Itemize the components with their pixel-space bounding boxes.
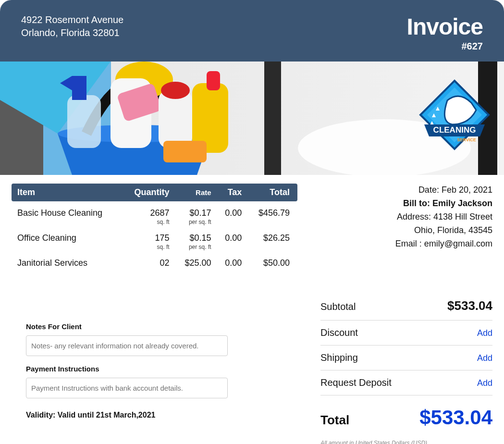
subtotal-value: $533.04 xyxy=(447,298,492,313)
cell-total: $50.00 xyxy=(246,251,297,270)
left-column: Item Quantity Rate Tax Total Basic House… xyxy=(12,184,297,444)
svg-point-10 xyxy=(161,82,190,99)
payment-instructions-input[interactable] xyxy=(26,378,228,398)
cell-qty: 2687sq. ft xyxy=(123,201,174,226)
cell-rate: $0.15per sq. ft xyxy=(174,226,216,251)
currency-note: All amount in United States Dollars (USD… xyxy=(320,440,492,444)
col-tax: Tax xyxy=(216,184,247,201)
client-notes-section: Notes For Client Payment Instructions Va… xyxy=(12,322,297,419)
logo-text-main: CLEANING xyxy=(433,125,476,135)
cell-item: Janitorial Services xyxy=(12,251,123,270)
cell-tax: 0.00 xyxy=(216,226,247,251)
address-line-2: Orlando, Florida 32801 xyxy=(21,26,123,39)
bill-to-block: Date: Feb 20, 2021 Bill to: Emily Jackso… xyxy=(320,184,492,250)
hero-image: CLEANING SERVICE xyxy=(0,62,504,175)
cell-item: Office Cleaning xyxy=(12,226,123,251)
add-deposit-link[interactable]: Add xyxy=(477,378,492,388)
col-item: Item xyxy=(12,184,123,201)
bill-to-address-1: Address: 4138 Hill Street xyxy=(320,210,492,224)
invoice-header: 4922 Rosemont Avenue Orlando, Florida 32… xyxy=(0,0,504,62)
add-discount-link[interactable]: Add xyxy=(477,328,492,338)
invoice-container: 4922 Rosemont Avenue Orlando, Florida 32… xyxy=(0,0,504,444)
col-rate: Rate xyxy=(174,184,216,201)
table-header-row: Item Quantity Rate Tax Total xyxy=(12,184,297,201)
discount-label: Discount xyxy=(320,327,358,338)
add-shipping-link[interactable]: Add xyxy=(477,353,492,363)
invoice-title: Invoice xyxy=(407,13,483,40)
invoice-body: Item Quantity Rate Tax Total Basic House… xyxy=(0,175,504,444)
validity-text: Validity: Valid until 21st March,2021 xyxy=(26,411,283,419)
svg-rect-13 xyxy=(163,141,207,162)
notes-heading: Notes For Client xyxy=(26,322,283,331)
cell-rate: $25.00 xyxy=(174,251,216,270)
subtotal-row: Subtotal $533.04 xyxy=(320,292,492,321)
right-column: Date: Feb 20, 2021 Bill to: Emily Jackso… xyxy=(320,184,492,444)
svg-rect-4 xyxy=(67,95,101,148)
total-row: Total $533.04 xyxy=(320,395,492,436)
invoice-title-block: Invoice #627 xyxy=(407,13,483,52)
svg-rect-12 xyxy=(207,71,220,90)
cell-qty: 02 xyxy=(123,251,174,270)
deposit-row: Request Deposit Add xyxy=(320,370,492,395)
cell-item: Basic House Cleaning xyxy=(12,201,123,226)
svg-rect-14 xyxy=(264,62,281,175)
cell-rate: $0.17per sq. ft xyxy=(174,201,216,226)
total-value: $533.04 xyxy=(419,406,492,429)
line-items-table: Item Quantity Rate Tax Total Basic House… xyxy=(12,184,297,270)
col-total: Total xyxy=(246,184,297,201)
table-row: Basic House Cleaning 2687sq. ft $0.17per… xyxy=(12,201,297,226)
bill-to-name: Bill to: Emily Jackson xyxy=(320,197,492,210)
shipping-row: Shipping Add xyxy=(320,345,492,370)
cell-total: $456.79 xyxy=(246,201,297,226)
bill-to-address-2: Ohio, Florida, 43545 xyxy=(320,224,492,237)
cell-total: $26.25 xyxy=(246,226,297,251)
table-row: Janitorial Services 02 $25.00 0.00 $50.0… xyxy=(12,251,297,270)
cleaning-supplies-illustration xyxy=(0,62,288,175)
invoice-number: #627 xyxy=(407,41,483,52)
svg-rect-5 xyxy=(72,76,86,100)
cell-tax: 0.00 xyxy=(216,201,247,226)
invoice-date: Date: Feb 20, 2021 xyxy=(320,184,492,197)
payment-instructions-heading: Payment Instructions xyxy=(26,365,283,373)
cell-qty: 175sq. ft xyxy=(123,226,174,251)
discount-row: Discount Add xyxy=(320,321,492,345)
address-line-1: 4922 Rosemont Avenue xyxy=(21,13,123,26)
shipping-label: Shipping xyxy=(320,352,358,363)
sender-address: 4922 Rosemont Avenue Orlando, Florida 32… xyxy=(21,13,123,52)
deposit-label: Request Deposit xyxy=(320,377,392,388)
bill-to-email: Email : emily@gmail.com xyxy=(320,237,492,251)
summary-block: Subtotal $533.04 Discount Add Shipping A… xyxy=(320,292,492,444)
total-label: Total xyxy=(320,413,349,428)
cell-tax: 0.00 xyxy=(216,251,247,270)
subtotal-label: Subtotal xyxy=(320,301,356,312)
notes-input[interactable] xyxy=(26,335,228,356)
cleaning-service-logo: CLEANING SERVICE xyxy=(418,79,491,151)
col-quantity: Quantity xyxy=(123,184,174,201)
logo-text-sub: SERVICE xyxy=(457,137,476,142)
table-row: Office Cleaning 175sq. ft $0.15per sq. f… xyxy=(12,226,297,251)
